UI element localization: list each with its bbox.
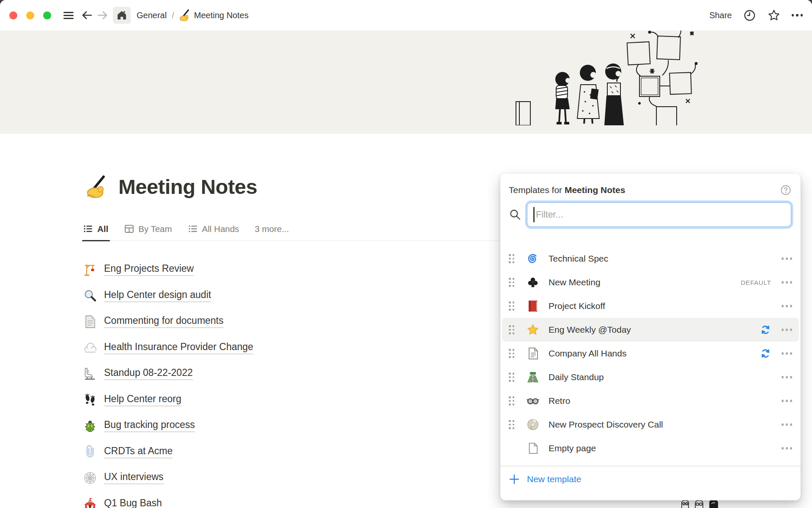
row-options-icon[interactable] (781, 445, 793, 451)
list-item[interactable]: Eng Projects Review (83, 257, 253, 283)
tab-all-hands[interactable]: All Hands (188, 224, 239, 234)
drag-handle-icon[interactable] (509, 420, 515, 429)
zoom-window-button[interactable] (43, 11, 51, 19)
drag-handle-icon[interactable] (509, 278, 515, 287)
tab-all[interactable]: All (83, 224, 108, 234)
row-options-icon[interactable] (781, 398, 793, 404)
page-cover (0, 30, 812, 134)
template-row[interactable]: New Prospect Discovery Call (502, 413, 799, 436)
row-options-icon[interactable] (781, 422, 793, 428)
doc-lines-icon (524, 347, 542, 360)
tab-label: All Hands (202, 224, 239, 234)
drag-handle-icon[interactable] (509, 325, 515, 334)
breadcrumb-page[interactable]: Meeting Notes (178, 9, 249, 22)
tab-by-team[interactable]: By Team (124, 224, 172, 234)
star-icon[interactable] (767, 8, 781, 22)
list-view-icon (83, 224, 93, 234)
document-icon (83, 315, 97, 329)
drag-handle-icon[interactable] (509, 254, 515, 263)
page-link-label: CRDTs at Acme (104, 445, 173, 458)
app-window: General / Meeting Notes Share (0, 0, 812, 508)
motorway-icon (524, 371, 542, 384)
page-link-label: Standup 08-22-2022 (104, 367, 193, 380)
filter-input[interactable] (527, 202, 791, 227)
writing-hand-icon[interactable] (83, 174, 107, 199)
template-row[interactable]: Technical Spec (502, 247, 799, 271)
row-options-icon[interactable] (781, 279, 793, 285)
page-link-label: Health Insurance Provider Change (104, 341, 253, 354)
template-label: Empty page (549, 443, 781, 453)
template-row[interactable]: New Meeting DEFAULT (502, 271, 799, 294)
template-row[interactable]: Company All Hands (502, 342, 799, 365)
page-link-label: Help Center design audit (104, 289, 211, 302)
tabs-more-button[interactable]: 3 more... (255, 224, 289, 234)
crane-icon (83, 263, 97, 276)
text-caret (533, 207, 535, 222)
row-options-icon[interactable] (781, 351, 793, 356)
breadcrumb-separator: / (172, 11, 174, 20)
menu-icon[interactable] (62, 9, 75, 22)
template-row[interactable]: Retro (502, 389, 799, 413)
close-window-button[interactable] (9, 11, 17, 19)
question-circle-icon[interactable] (780, 185, 791, 196)
spiderweb-icon (83, 471, 97, 485)
drag-handle-icon[interactable] (509, 301, 515, 311)
page-link-label: Eng Projects Review (104, 263, 194, 276)
back-arrow-icon[interactable] (81, 9, 93, 22)
home-icon[interactable] (113, 7, 131, 24)
breadcrumb-page-label: Meeting Notes (194, 11, 249, 20)
row-options-icon[interactable] (781, 327, 793, 333)
list-item[interactable]: CRDTs at Acme (83, 439, 253, 465)
list-item[interactable]: Standup 08-22-2022 (83, 361, 253, 387)
page-link-label: Commenting for documents (104, 315, 224, 328)
drag-handle-icon[interactable] (509, 373, 515, 382)
page-title-row: Meeting Notes (83, 174, 257, 199)
list-item[interactable]: Bug tracking process (83, 413, 253, 439)
drag-handle-icon[interactable] (509, 396, 515, 406)
template-row[interactable]: Empty page (502, 436, 799, 460)
row-options-icon[interactable] (781, 256, 793, 262)
row-options-icon[interactable] (781, 303, 793, 309)
plus-icon (509, 474, 520, 485)
template-row[interactable]: Daily Standup (502, 365, 799, 389)
filter-input-wrap (527, 202, 791, 227)
drag-handle-icon[interactable] (509, 349, 515, 358)
list-item[interactable]: Help Center reorg (83, 387, 253, 413)
ellipsis-icon[interactable] (792, 14, 803, 17)
toolbar: General / Meeting Notes Share (0, 0, 812, 30)
forward-arrow-icon[interactable] (96, 9, 109, 22)
row-options-icon[interactable] (781, 374, 793, 380)
table-view-icon (124, 224, 134, 234)
page-link-label: Bug tracking process (104, 419, 195, 432)
list-item[interactable]: UX interviews (83, 465, 253, 491)
club-icon (524, 276, 542, 289)
template-label: New Meeting (549, 277, 741, 287)
circus-tent-icon (83, 497, 97, 508)
tab-label: By Team (138, 224, 172, 234)
tab-label: All (97, 224, 108, 234)
writing-hand-icon (178, 9, 190, 22)
new-template-button[interactable]: New template (500, 467, 801, 492)
list-view-icon (188, 224, 198, 234)
template-row-highlighted[interactable]: Eng Weekly @Today (502, 318, 799, 342)
share-button[interactable]: Share (709, 11, 732, 20)
repeat-icon[interactable] (760, 324, 771, 336)
list-item[interactable]: Health Insurance Provider Change (83, 335, 253, 361)
page-list: Eng Projects Review Help Center design a… (83, 257, 253, 508)
toolbar-right: Share (709, 8, 803, 22)
clock-icon[interactable] (743, 9, 756, 22)
repeat-icon[interactable] (760, 348, 771, 359)
list-item[interactable]: Q1 Bug Bash (83, 491, 253, 508)
breadcrumb-root[interactable]: General (137, 11, 167, 20)
new-template-label: New template (527, 474, 581, 484)
list-item[interactable]: Commenting for documents (83, 309, 253, 335)
template-row[interactable]: Project Kickoff (502, 294, 799, 318)
cd-icon (524, 418, 542, 431)
page-link-label: Q1 Bug Bash (104, 497, 162, 508)
template-label: Technical Spec (549, 254, 781, 264)
minimize-window-button[interactable] (26, 11, 34, 19)
list-item[interactable]: Help Center design audit (83, 283, 253, 309)
red-book-icon (524, 300, 542, 312)
magnifier-icon (83, 289, 97, 302)
search-icon (509, 208, 521, 221)
